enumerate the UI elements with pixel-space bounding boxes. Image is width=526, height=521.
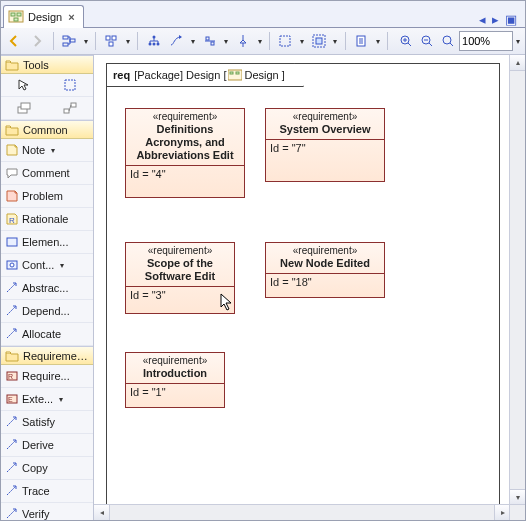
separator xyxy=(387,32,388,50)
select-menu-icon[interactable]: ▾ xyxy=(299,37,306,46)
palette: ToolsCommonNote▾CommentProblemRRationale… xyxy=(1,55,94,520)
zoom-menu-icon[interactable]: ▾ xyxy=(514,37,521,46)
outline-button[interactable] xyxy=(60,31,79,51)
tab-close-icon[interactable]: × xyxy=(68,11,74,23)
scroll-left-icon[interactable]: ◂ xyxy=(94,505,110,520)
tab-next-icon[interactable]: ▸ xyxy=(490,12,501,27)
svg-rect-3 xyxy=(14,18,18,21)
scrollbar-vertical[interactable]: ▴ ▾ xyxy=(509,55,525,505)
zoom-fit-button[interactable] xyxy=(438,31,458,51)
tool-cont[interactable]: Cont...▾ xyxy=(1,258,93,272)
outline-menu-icon[interactable]: ▾ xyxy=(82,37,89,46)
tool-element[interactable]: Elemen... xyxy=(1,235,93,249)
svg-rect-25 xyxy=(21,103,30,109)
zoom-out-button[interactable] xyxy=(417,31,437,51)
select-all-button[interactable] xyxy=(309,31,328,51)
requirement-node[interactable]: «requirement»Scope of the Software EditI… xyxy=(125,242,235,314)
chevron-down-icon[interactable]: ▾ xyxy=(56,395,66,404)
depend-icon xyxy=(5,304,19,318)
scrollbar-horizontal[interactable]: ◂ ▸ xyxy=(94,504,510,520)
requirement-node[interactable]: «requirement»Definitions Acronyms, and A… xyxy=(125,108,245,198)
arrow-tool-icon xyxy=(17,78,31,92)
tool-label: Elemen... xyxy=(22,236,68,248)
tool-note-tool[interactable] xyxy=(1,101,47,115)
scroll-right-icon[interactable]: ▸ xyxy=(494,505,510,520)
drawer-header-requirements[interactable]: Requiremen... xyxy=(1,347,93,365)
nav-back-button[interactable] xyxy=(5,31,24,51)
tool-satisfy[interactable]: Satisfy xyxy=(1,415,93,429)
tool-row: Satisfy xyxy=(1,411,93,434)
tool-comment[interactable]: Comment xyxy=(1,166,93,180)
tool-verify[interactable]: Verify xyxy=(1,507,93,520)
tool-label: Depend... xyxy=(22,305,70,317)
svg-rect-27 xyxy=(71,103,76,107)
tool-note[interactable]: Note▾ xyxy=(1,143,93,157)
filter-menu-icon[interactable]: ▾ xyxy=(375,37,382,46)
nav-fwd-button[interactable] xyxy=(28,31,47,51)
node-id: Id = "3" xyxy=(126,287,234,305)
tab-strip: Design × ◂ ▸ ▣ xyxy=(1,1,525,28)
tab-prev-icon[interactable]: ◂ xyxy=(477,12,488,27)
tool-label: Exte... xyxy=(22,393,53,405)
chevron-down-icon[interactable]: ▾ xyxy=(57,261,67,270)
requirement-node[interactable]: «requirement»IntroductionId = "1" xyxy=(125,352,225,408)
stereotype-label: «requirement» xyxy=(126,353,224,366)
pin-menu-icon[interactable]: ▾ xyxy=(257,37,264,46)
node-title: New Node Edited xyxy=(266,256,384,274)
drawer-header-common[interactable]: Common xyxy=(1,121,93,139)
arrange-button[interactable] xyxy=(102,31,121,51)
drawer-header-tools[interactable]: Tools xyxy=(1,56,93,74)
tab-design[interactable]: Design × xyxy=(3,5,84,28)
drawer-label: Requiremen... xyxy=(23,350,89,362)
tab-label: Design xyxy=(28,11,62,23)
separator xyxy=(53,32,54,50)
tool-label: Verify xyxy=(22,508,50,520)
tool-problem[interactable]: Problem xyxy=(1,189,93,203)
tool-exte[interactable]: EExte...▾ xyxy=(1,392,93,406)
select-button[interactable] xyxy=(276,31,295,51)
zoom-input[interactable] xyxy=(459,31,513,51)
filter-button[interactable] xyxy=(352,31,371,51)
chevron-down-icon[interactable]: ▾ xyxy=(48,146,58,155)
arrange-menu-icon[interactable]: ▾ xyxy=(125,37,132,46)
tool-rationale[interactable]: RRationale xyxy=(1,212,93,226)
drawer-common: CommonNote▾CommentProblemRRationaleEleme… xyxy=(1,120,93,346)
tool-copy[interactable]: Copy xyxy=(1,461,93,475)
align-menu-icon[interactable]: ▾ xyxy=(223,37,230,46)
tool-row: RRequire... xyxy=(1,365,93,388)
tool-arrow-tool[interactable] xyxy=(1,78,47,92)
tree-layout-button[interactable] xyxy=(144,31,163,51)
tool-abstrac[interactable]: Abstrac... xyxy=(1,281,93,295)
copy-icon xyxy=(5,461,19,475)
scroll-up-icon[interactable]: ▴ xyxy=(510,55,525,71)
tool-label: Copy xyxy=(22,462,48,474)
editor-window: Design × ◂ ▸ ▣ ▾ ▾ ▾ ▾ ▾ ▾ ▾ ▾ xyxy=(0,0,526,521)
tab-menu-icon[interactable]: ▣ xyxy=(503,12,519,27)
svg-rect-4 xyxy=(63,36,68,39)
canvas[interactable]: req [Package] Design [ Design ] «require… xyxy=(94,55,525,520)
tool-marquee-tool[interactable] xyxy=(47,78,93,92)
tool-trace[interactable]: Trace xyxy=(1,484,93,498)
tool-require[interactable]: RRequire... xyxy=(1,369,93,383)
route-menu-icon[interactable]: ▾ xyxy=(190,37,197,46)
frame-inner: Design xyxy=(244,69,278,81)
tool-allocate[interactable]: Allocate xyxy=(1,327,93,341)
requirement-node[interactable]: «requirement»System OverviewId = "7" xyxy=(265,108,385,182)
tool-label: Rationale xyxy=(22,213,68,225)
marquee-tool-icon xyxy=(63,78,77,92)
pin-button[interactable] xyxy=(234,31,253,51)
zoom-in-button[interactable] xyxy=(396,31,416,51)
tool-link-tool[interactable] xyxy=(47,101,93,115)
svg-rect-38 xyxy=(230,72,233,74)
tool-row: Copy xyxy=(1,457,93,480)
tool-derive[interactable]: Derive xyxy=(1,438,93,452)
scroll-down-icon[interactable]: ▾ xyxy=(510,489,525,505)
select-all-menu-icon[interactable]: ▾ xyxy=(332,37,339,46)
tool-depend[interactable]: Depend... xyxy=(1,304,93,318)
route-button[interactable] xyxy=(167,31,186,51)
svg-point-31 xyxy=(10,263,14,267)
problem-icon xyxy=(5,189,19,203)
requirement-node[interactable]: «requirement»New Node EditedId = "18" xyxy=(265,242,385,298)
align-button[interactable] xyxy=(200,31,219,51)
svg-rect-29 xyxy=(7,238,17,246)
